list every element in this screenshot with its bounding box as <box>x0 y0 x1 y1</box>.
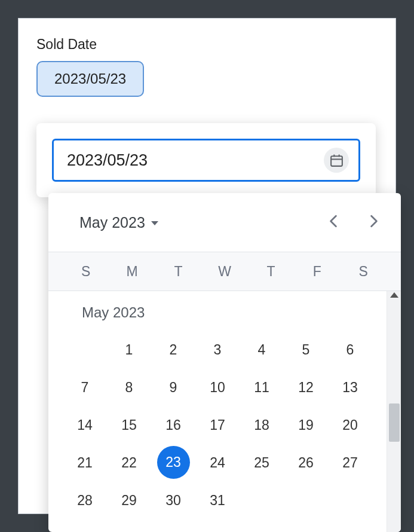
sold-date-chip[interactable]: 2023/05/23 <box>36 61 144 97</box>
day-10[interactable]: 10 <box>195 371 240 404</box>
day-6[interactable]: 6 <box>328 333 372 366</box>
day-3[interactable]: 3 <box>195 333 240 366</box>
svg-rect-0 <box>331 156 342 166</box>
sold-date-label: Sold Date <box>36 36 395 53</box>
weekday-sat: S <box>341 264 387 280</box>
day-5[interactable]: 5 <box>284 333 328 366</box>
day-9[interactable]: 9 <box>151 371 195 404</box>
weekday-header: S M T W T F S <box>48 252 401 291</box>
day-14[interactable]: 14 <box>63 408 107 442</box>
weekday-tue: T <box>155 264 201 280</box>
weekday-fri: F <box>294 264 340 280</box>
weekday-thu: T <box>248 264 294 280</box>
day-2[interactable]: 2 <box>151 333 195 366</box>
day-7[interactable]: 7 <box>63 371 107 404</box>
weekday-wed: W <box>201 264 247 280</box>
calendar-nav <box>324 210 388 235</box>
day-11[interactable]: 11 <box>240 371 284 404</box>
scrollbar[interactable] <box>387 291 401 532</box>
prev-month-button[interactable] <box>324 210 342 235</box>
date-input-value: 2023/05/23 <box>67 151 148 170</box>
day-12[interactable]: 12 <box>284 371 328 404</box>
month-select-button[interactable]: May 2023 <box>79 214 158 231</box>
calendar-scroll-area[interactable]: May 2023 1234567891011121314151617181920… <box>48 291 387 532</box>
day-19[interactable]: 19 <box>284 408 328 442</box>
calendar-icon <box>329 153 344 168</box>
chevron-right-icon <box>370 215 378 228</box>
day-16[interactable]: 16 <box>151 408 195 442</box>
calendar-month-label: May 2023 <box>63 299 372 333</box>
weekday-sun: S <box>63 264 109 280</box>
day-20[interactable]: 20 <box>328 408 372 442</box>
day-29[interactable]: 29 <box>107 484 151 517</box>
day-30[interactable]: 30 <box>151 484 195 517</box>
chevron-left-icon <box>329 215 338 228</box>
day-26[interactable]: 26 <box>284 446 328 479</box>
date-input[interactable]: 2023/05/23 <box>52 139 360 182</box>
day-8[interactable]: 8 <box>107 371 151 404</box>
calendar-header: May 2023 <box>48 193 401 252</box>
month-select-label: May 2023 <box>79 214 145 231</box>
day-25[interactable]: 25 <box>240 446 284 479</box>
day-1[interactable]: 1 <box>107 333 151 366</box>
day-23[interactable]: 23 <box>157 446 190 479</box>
day-31[interactable]: 31 <box>195 484 240 517</box>
day-21[interactable]: 21 <box>63 446 107 479</box>
weekday-mon: M <box>109 264 155 280</box>
day-22[interactable]: 22 <box>107 446 151 479</box>
day-blank <box>63 333 107 366</box>
day-4[interactable]: 4 <box>240 333 284 366</box>
calendar-dropdown: May 2023 S M T W T F S May 2023 <box>48 193 401 532</box>
date-input-popover: 2023/05/23 <box>36 123 376 197</box>
day-15[interactable]: 15 <box>107 408 151 442</box>
scroll-up-icon <box>390 292 398 298</box>
day-18[interactable]: 18 <box>240 408 284 442</box>
day-24[interactable]: 24 <box>195 446 240 479</box>
day-27[interactable]: 27 <box>328 446 372 479</box>
open-calendar-button[interactable] <box>324 148 349 173</box>
day-28[interactable]: 28 <box>63 484 107 517</box>
scroll-thumb[interactable] <box>389 403 400 442</box>
chevron-down-icon <box>151 221 158 225</box>
day-13[interactable]: 13 <box>328 371 372 404</box>
calendar-body: May 2023 1234567891011121314151617181920… <box>48 291 401 532</box>
form-panel: Sold Date 2023/05/23 2023/05/23 May 2023 <box>18 18 396 514</box>
day-17[interactable]: 17 <box>195 408 240 442</box>
next-month-button[interactable] <box>365 210 383 235</box>
days-grid: 1234567891011121314151617181920212223242… <box>63 333 372 517</box>
